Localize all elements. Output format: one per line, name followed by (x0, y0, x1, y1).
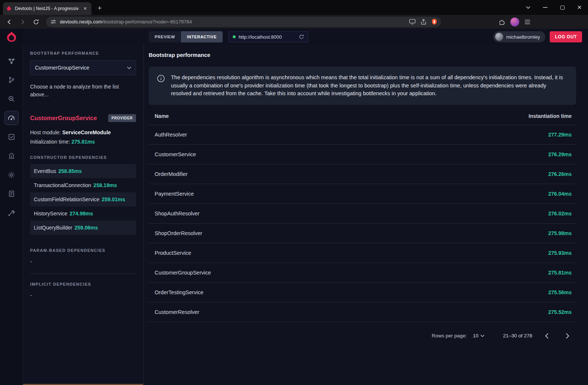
url-path: /bootstrap-performance?node=-65179764 (102, 19, 192, 25)
dependency-name: CustomFieldRelationService (34, 196, 100, 202)
reload-icon[interactable] (30, 16, 42, 28)
row-name: ProductService (155, 250, 191, 256)
connection-status-dot (233, 35, 236, 38)
row-instantiation-time: 276.26ms (548, 171, 572, 177)
gauge-icon[interactable] (4, 111, 19, 125)
host-module-line: Host module: ServiceCoreModule (30, 129, 136, 135)
node-select[interactable]: CustomerGroupService (30, 60, 136, 75)
param-deps-empty: - (30, 259, 136, 264)
browser-tab[interactable]: Devtools | NestJS - A progressive ✕ (3, 2, 91, 15)
provider-badge: PROVIDER (108, 114, 136, 122)
close-window-button[interactable]: ✕ (571, 0, 588, 15)
row-name: PaymentService (155, 191, 194, 197)
init-time-line: Initialization time: 275.81ms (30, 139, 136, 145)
dependency-item[interactable]: EventBus258.85ms (30, 164, 136, 178)
dependency-name: ListQueryBuilder (34, 225, 72, 231)
table-row[interactable]: PaymentService276.04ms (149, 184, 576, 203)
browser-profile-avatar[interactable] (510, 17, 519, 26)
info-box: The dependencies resolution algorithm is… (149, 67, 576, 105)
new-tab-button[interactable]: + (94, 3, 105, 14)
checklist-icon[interactable] (4, 130, 19, 144)
toolbar-right (499, 17, 533, 26)
url-domain: devtools.nestjs.com (60, 19, 102, 25)
inspect-icon[interactable] (4, 92, 19, 106)
info-icon (157, 74, 165, 83)
performance-table: AuthResolver277.29msCustomerService276.2… (149, 125, 576, 322)
tab-close-icon[interactable]: ✕ (82, 5, 88, 12)
dependency-time: 258.85ms (58, 168, 82, 174)
docs-icon[interactable] (4, 187, 19, 201)
tools-icon[interactable] (4, 206, 19, 220)
constructor-deps-title: CONSTRUCTOR DEPENDENCIES (30, 155, 136, 160)
menu-icon[interactable] (524, 19, 530, 25)
extensions-icon[interactable] (499, 19, 505, 25)
info-text: The dependencies resolution algorithm is… (171, 74, 568, 98)
next-page-icon[interactable] (561, 330, 574, 342)
minimize-button[interactable] (537, 0, 554, 15)
target-url-input[interactable]: http://localhost:8000 (229, 31, 308, 42)
row-name: ShopOrderResolver (155, 230, 202, 236)
window-controls: ✕ (520, 0, 588, 15)
browser-toolbar: devtools.nestjs.com/bootstrap-performanc… (0, 15, 588, 29)
node-hint: Choose a node to analyze from the list a… (30, 83, 123, 99)
forward-icon[interactable] (17, 16, 28, 28)
table-row[interactable]: OrderModifier276.26ms (149, 164, 576, 184)
panel-divider (30, 273, 136, 274)
app-body: BOOTSTRAP PERFORMANCE CustomerGroupServi… (0, 45, 588, 385)
rows-per-page-label: Rows per page: (432, 333, 467, 339)
preview-tab[interactable]: PREVIEW (149, 31, 181, 42)
pagination-range: 21–30 of 278 (503, 333, 532, 339)
table-row[interactable]: AuthResolver277.29ms (149, 125, 576, 144)
graph-icon[interactable] (4, 54, 19, 68)
row-instantiation-time: 275.81ms (548, 270, 572, 276)
table-row[interactable]: OrderTestingService275.56ms (149, 282, 576, 302)
table-row[interactable]: ShopOrderResolver275.98ms (149, 223, 576, 243)
dependency-item[interactable]: TransactionalConnection258.19ms (30, 178, 136, 192)
rows-per-page-select[interactable]: 10 (473, 333, 484, 339)
back-icon[interactable] (4, 16, 15, 28)
row-instantiation-time: 275.93ms (548, 250, 572, 256)
table-row[interactable]: ShopAuthResolver276.02ms (149, 203, 576, 223)
table-row[interactable]: CustomerGroupService275.81ms (149, 263, 576, 282)
table-row[interactable]: ProductService275.93ms (149, 243, 576, 263)
tab-search-icon[interactable] (520, 0, 537, 15)
chevron-down-icon (481, 335, 484, 337)
previous-page-icon[interactable] (540, 330, 553, 342)
logout-button[interactable]: LOG OUT (550, 31, 582, 42)
table-row[interactable]: CustomerResolver275.52ms (149, 302, 576, 322)
row-instantiation-time: 276.29ms (548, 151, 572, 157)
page-title: Bootstrap performance (149, 52, 576, 58)
param-deps-title: PARAM-BASED DEPENDENCIES (30, 248, 136, 253)
dependency-item[interactable]: HistoryService274.98ms (30, 206, 136, 221)
panel-title: BOOTSTRAP PERFORMANCE (30, 51, 136, 55)
url-text[interactable]: devtools.nestjs.com/bootstrap-performanc… (60, 19, 406, 25)
row-instantiation-time: 276.02ms (548, 211, 572, 216)
gear-icon[interactable] (4, 168, 19, 182)
tab-strip: Devtools | NestJS - A progressive ✕ + ✕ (0, 0, 588, 15)
row-instantiation-time: 275.56ms (548, 289, 572, 295)
organization-icon[interactable] (4, 149, 19, 163)
interactive-tab[interactable]: INTERACTIVE (181, 31, 223, 42)
dependency-item[interactable]: ListQueryBuilder259.06ms (30, 221, 136, 235)
init-time-value: 275.81ms (71, 139, 95, 145)
git-branch-icon[interactable] (4, 73, 19, 87)
row-name: ShopAuthResolver (155, 211, 200, 216)
brave-shield-icon[interactable] (432, 19, 437, 25)
url-bar[interactable]: devtools.nestjs.com/bootstrap-performanc… (46, 17, 441, 27)
target-refresh-icon[interactable] (299, 34, 304, 39)
row-name: CustomerGroupService (155, 270, 211, 276)
dependency-item[interactable]: CustomFieldRelationService259.01ms (30, 192, 136, 206)
pagination: Rows per page: 10 21–30 of 278 (149, 322, 576, 342)
share-icon[interactable] (421, 19, 426, 25)
dependency-time: 258.19ms (93, 182, 117, 188)
table-row[interactable]: CustomerService276.29ms (149, 144, 576, 164)
nestjs-logo-icon[interactable] (0, 29, 23, 45)
node-select-value: CustomerGroupService (35, 65, 89, 71)
dependency-time: 259.06ms (75, 225, 98, 231)
media-device-icon[interactable] (409, 19, 416, 25)
site-settings-icon[interactable] (51, 19, 56, 25)
row-name: CustomerService (155, 151, 196, 157)
row-instantiation-time: 275.52ms (548, 309, 572, 315)
user-pill[interactable]: michaelbromley (493, 31, 545, 42)
maximize-button[interactable] (554, 0, 571, 15)
